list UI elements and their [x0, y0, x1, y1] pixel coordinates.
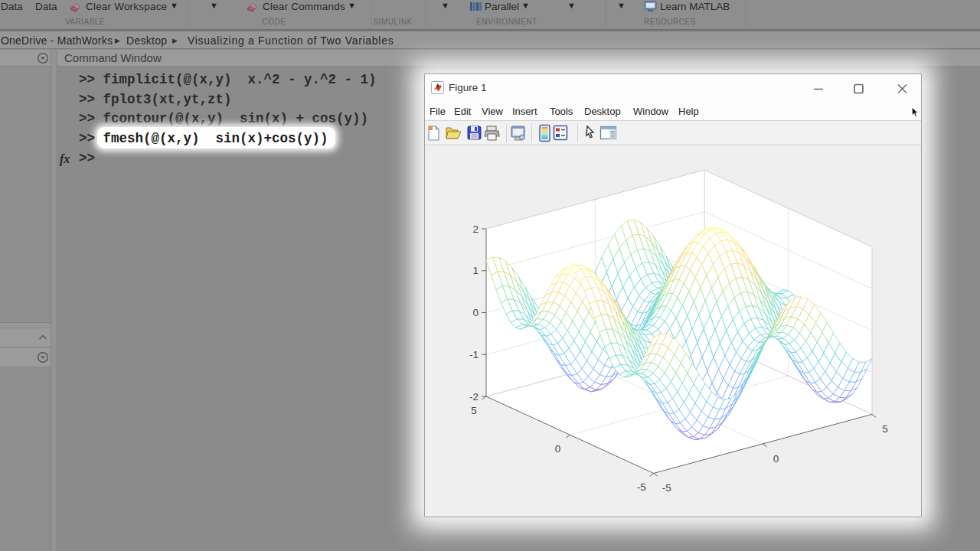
- svg-text:0: 0: [472, 307, 479, 318]
- svg-text:0: 0: [555, 443, 561, 455]
- svg-text:-2: -2: [469, 391, 479, 403]
- svg-text:-5: -5: [662, 482, 671, 494]
- svg-text:-5: -5: [637, 481, 646, 493]
- svg-text:2: 2: [472, 223, 479, 235]
- svg-text:5: 5: [882, 423, 888, 435]
- svg-text:1: 1: [472, 265, 479, 276]
- svg-text:5: 5: [471, 405, 477, 416]
- svg-text:0: 0: [773, 453, 779, 465]
- svg-text:-1: -1: [469, 349, 479, 360]
